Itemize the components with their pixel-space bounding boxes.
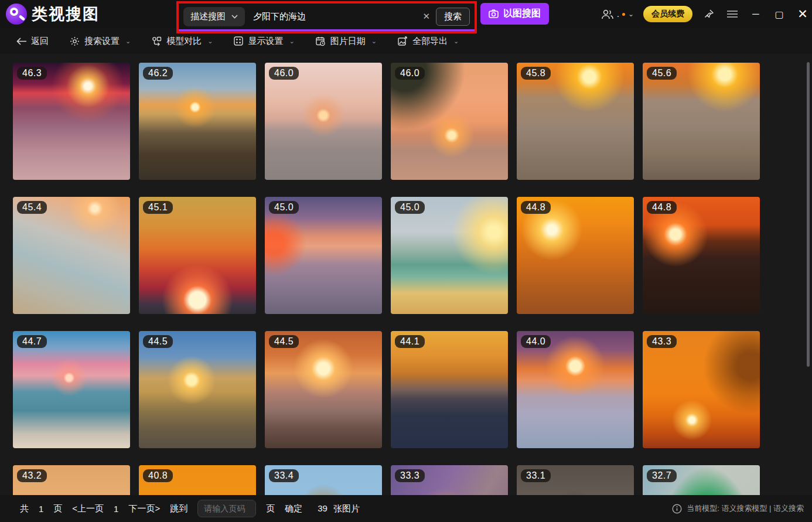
membership-renew-button[interactable]: 会员续费 (643, 6, 692, 22)
user-account[interactable]: . ⌄ (601, 9, 634, 20)
search-button[interactable]: 搜索 (436, 8, 470, 26)
image-result[interactable]: 44.8 (517, 197, 634, 314)
image-result[interactable]: 44.8 (643, 197, 760, 314)
similarity-score-badge: 46.2 (143, 67, 173, 80)
export-icon (398, 36, 408, 46)
scrollbar-thumb[interactable] (807, 62, 810, 367)
back-arrow-icon (16, 37, 26, 45)
display-settings-label: 显示设置 (248, 36, 283, 47)
chevron-down-icon: ⌄ (125, 37, 131, 45)
chevron-down-icon: ⌄ (207, 37, 213, 45)
username-text: . (617, 9, 619, 19)
chevron-down-icon (231, 15, 238, 19)
similarity-score-badge: 33.1 (521, 469, 551, 482)
model-compare-button[interactable]: 模型对比 ⌄ (152, 36, 213, 47)
chevron-down-icon: ⌄ (289, 37, 294, 45)
prev-page-button[interactable]: <上一页 (72, 503, 104, 514)
pin-icon[interactable] (702, 7, 716, 21)
calendar-clock-icon (316, 36, 326, 46)
pagination: 共 1 页 <上一页 1 下一页> 跳到 页 确定 (20, 500, 302, 517)
scrollbar[interactable] (807, 56, 810, 493)
total-pages-suffix: 页 (53, 503, 62, 514)
result-count: 39 张图片 (318, 503, 360, 514)
similarity-score-badge: 46.0 (269, 67, 299, 80)
similarity-score-badge: 45.8 (521, 67, 551, 80)
image-date-label: 图片日期 (330, 36, 366, 47)
search-mode-dropdown[interactable]: 描述搜图 (183, 7, 245, 26)
app-logo: 类视搜图 (6, 4, 100, 25)
image-result[interactable]: 46.2 (139, 63, 256, 180)
total-pages-prefix: 共 (20, 503, 29, 514)
similarity-score-badge: 46.0 (395, 67, 425, 80)
image-result[interactable]: 44.5 (265, 331, 382, 448)
camera-icon (489, 9, 499, 18)
similarity-score-badge: 44.5 (143, 335, 173, 348)
clear-search-icon[interactable]: ✕ (417, 11, 436, 22)
image-result[interactable]: 45.8 (517, 63, 634, 180)
gear-icon (70, 36, 80, 46)
similarity-score-badge: 43.2 (17, 469, 47, 482)
image-result[interactable]: 46.3 (13, 63, 130, 180)
image-result[interactable]: 45.6 (643, 63, 760, 180)
search-settings-label: 搜索设置 (84, 36, 120, 47)
image-result[interactable]: 46.0 (265, 63, 382, 180)
bottom-bar: 共 1 页 <上一页 1 下一页> 跳到 页 确定 39 张图片 当前模型: 语… (0, 495, 812, 522)
image-result[interactable]: 43.3 (643, 331, 760, 448)
image-result[interactable]: 33.1 (517, 465, 634, 495)
app-window: 类视搜图 描述搜图 夕阳下的海边 ✕ 搜索 以图搜图 (0, 0, 812, 522)
current-model-info: 当前模型: 语义搜索模型 | 语义搜索 (687, 503, 804, 514)
image-result[interactable]: 44.7 (13, 331, 130, 448)
image-result[interactable]: 40.8 (139, 465, 256, 495)
similarity-score-badge: 33.3 (395, 469, 425, 482)
results-grid: 46.346.246.046.045.845.645.445.145.045.0… (13, 63, 812, 495)
image-result[interactable]: 45.0 (265, 197, 382, 314)
similarity-score-badge: 44.5 (269, 335, 299, 348)
back-button[interactable]: 返回 (16, 36, 49, 47)
image-result[interactable]: 45.1 (139, 197, 256, 314)
image-result[interactable]: 46.0 (391, 63, 508, 180)
result-count-suffix: 张图片 (333, 503, 360, 514)
similarity-score-badge: 33.4 (269, 469, 299, 482)
similarity-score-badge: 45.6 (647, 67, 677, 80)
next-page-button[interactable]: 下一页> (128, 503, 160, 514)
image-result[interactable]: 44.0 (517, 331, 634, 448)
image-result[interactable]: 32.7 (643, 465, 760, 495)
model-compare-label: 模型对比 (166, 36, 202, 47)
maximize-button[interactable]: ▢ (772, 7, 786, 21)
results-area: 46.346.246.046.045.845.645.445.145.045.0… (0, 54, 812, 495)
app-logo-icon (6, 4, 27, 25)
image-result[interactable]: 45.0 (391, 197, 508, 314)
search-settings-button[interactable]: 搜索设置 ⌄ (70, 36, 131, 47)
menu-icon[interactable] (725, 7, 739, 21)
image-search-label: 以图搜图 (503, 8, 541, 20)
titlebar: 类视搜图 描述搜图 夕阳下的海边 ✕ 搜索 以图搜图 (0, 0, 812, 28)
image-search-button[interactable]: 以图搜图 (480, 3, 549, 25)
confirm-button[interactable]: 确定 (285, 503, 302, 514)
similarity-score-badge: 40.8 (143, 469, 173, 482)
page-number-input[interactable] (197, 500, 256, 517)
current-page[interactable]: 1 (114, 504, 118, 514)
minimize-button[interactable]: ─ (749, 7, 763, 21)
similarity-score-badge: 44.7 (17, 335, 47, 348)
close-button[interactable]: ✕ (796, 7, 810, 21)
similarity-score-badge: 46.3 (17, 67, 47, 80)
search-input[interactable]: 夕阳下的海边 (253, 11, 417, 22)
chevron-down-icon: ⌄ (628, 10, 634, 18)
image-result[interactable]: 44.1 (391, 331, 508, 448)
similarity-score-badge: 43.3 (647, 335, 677, 348)
similarity-score-badge: 45.0 (395, 201, 425, 214)
back-label: 返回 (31, 36, 49, 47)
image-date-button[interactable]: 图片日期 ⌄ (316, 36, 377, 47)
image-result[interactable]: 33.3 (391, 465, 508, 495)
chevron-down-icon: ⌄ (453, 37, 459, 45)
image-result[interactable]: 43.2 (13, 465, 130, 495)
export-all-button[interactable]: 全部导出 ⌄ (398, 36, 459, 47)
similarity-score-badge: 32.7 (647, 469, 677, 482)
image-result[interactable]: 44.5 (139, 331, 256, 448)
image-result[interactable]: 33.4 (265, 465, 382, 495)
page-unit-label: 页 (266, 503, 275, 514)
info-icon (672, 504, 682, 514)
image-result[interactable]: 45.4 (13, 197, 130, 314)
total-pages-value: 1 (39, 504, 43, 514)
display-settings-button[interactable]: 显示设置 ⌄ (234, 36, 294, 47)
